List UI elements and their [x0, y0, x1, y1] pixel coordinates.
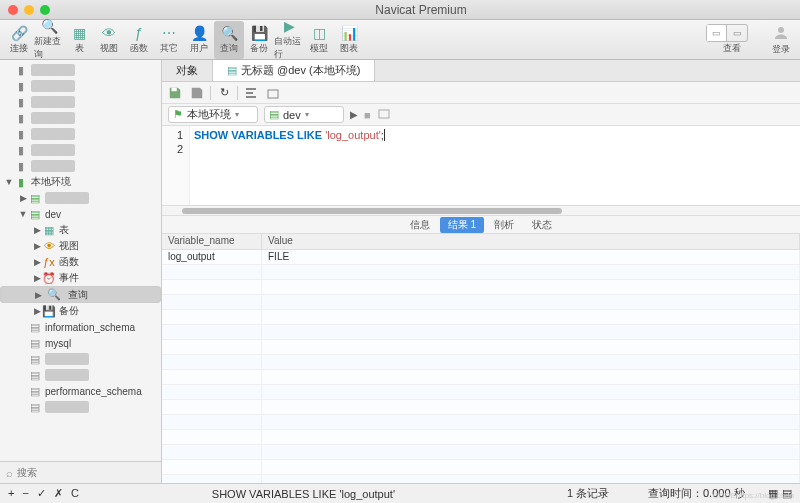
toolbar-新建查询[interactable]: 🔍新建查询 [34, 21, 64, 59]
tree-node[interactable]: ▶🔍查询 [0, 286, 161, 303]
toolbar-其它[interactable]: ⋯其它 [154, 21, 184, 59]
tab[interactable]: ▤无标题 @dev (本地环境) [213, 60, 375, 81]
tree-node[interactable]: ▶▦表 [0, 222, 161, 238]
horizontal-scrollbar[interactable] [162, 206, 800, 216]
run-button[interactable]: ▶ [350, 109, 358, 120]
toolbar-查询[interactable]: 🔍查询 [214, 21, 244, 59]
tree-node[interactable]: ▼▤dev [0, 206, 161, 222]
connection-select[interactable]: ⚑本地环境▾ [168, 106, 258, 123]
tree-node[interactable]: ▤xxxxxxxx [0, 399, 161, 415]
toolbar-自动运行[interactable]: ▶自动运行 [274, 21, 304, 59]
tree-node[interactable]: ▶💾备份 [0, 303, 161, 319]
close-icon[interactable] [8, 5, 18, 15]
format-icon[interactable] [242, 84, 260, 102]
tree-node[interactable]: ▶▤xxxxxxxx [0, 190, 161, 206]
svg-rect-1 [172, 87, 177, 91]
svg-point-0 [778, 27, 784, 33]
sidebar-search[interactable]: ⌕ [0, 461, 161, 483]
result-tab[interactable]: 信息 [402, 217, 438, 233]
maximize-icon[interactable] [40, 5, 50, 15]
tree-node[interactable]: ▮xxxxxxxx [0, 142, 161, 158]
tree-node[interactable]: ▼▮本地环境 [0, 174, 161, 190]
status-buttons[interactable]: +−✓✗C [8, 487, 79, 500]
search-input[interactable] [17, 467, 155, 478]
tree-node[interactable]: ▮xxxxxxxx [0, 62, 161, 78]
export-icon[interactable] [264, 84, 282, 102]
svg-rect-2 [246, 88, 256, 90]
search-icon: ⌕ [6, 467, 13, 479]
status-query: SHOW VARIABLES LIKE 'log_output' [79, 488, 528, 500]
connection-tree[interactable]: ▮xxxxxxxx▮xxxxxxxx▮xxxxxxxx▮xxxxxxxx▮xxx… [0, 60, 161, 461]
remove-icon: − [22, 487, 28, 500]
refresh-icon: C [71, 487, 79, 500]
tree-node[interactable]: ▶⏰事件 [0, 270, 161, 286]
tree-node[interactable]: ▶👁视图 [0, 238, 161, 254]
toolbar-视图[interactable]: 👁视图 [94, 21, 124, 59]
connection-bar: ⚑本地环境▾ ▤dev▾ ▶ ■ [162, 104, 800, 126]
add-icon: + [8, 487, 14, 500]
svg-rect-5 [268, 90, 278, 98]
login-button[interactable]: 登录 [766, 21, 796, 59]
save-icon[interactable] [166, 84, 184, 102]
line-gutter: 12 [162, 126, 190, 205]
stop-icon[interactable]: ■ [364, 109, 371, 121]
tree-node[interactable]: ▮xxxxxxxx [0, 110, 161, 126]
toolbar-备份[interactable]: 💾备份 [244, 21, 274, 59]
tree-node[interactable]: ▤information_schema [0, 319, 161, 335]
database-select[interactable]: ▤dev▾ [264, 106, 344, 123]
tree-node[interactable]: ▤mysql [0, 335, 161, 351]
explain-icon[interactable] [377, 107, 391, 123]
results-header: Variable_name Value [162, 234, 800, 250]
status-records: 1 条记录 [528, 486, 648, 501]
result-tab[interactable]: 状态 [524, 217, 560, 233]
toolbar-函数[interactable]: ƒ函数 [124, 21, 154, 59]
tree-node[interactable]: ▤xxxxxxxx [0, 351, 161, 367]
sql-code[interactable]: SHOW VARIABLES LIKE 'log_output'; [190, 126, 800, 205]
tree-node[interactable]: ▤xxxxxxxx [0, 367, 161, 383]
sql-editor[interactable]: 12 SHOW VARIABLES LIKE 'log_output'; [162, 126, 800, 206]
result-row[interactable]: log_outputFILE [162, 250, 800, 265]
apply-icon: ✓ [37, 487, 46, 500]
titlebar: Navicat Premium [0, 0, 800, 20]
svg-rect-4 [246, 96, 256, 98]
result-tab[interactable]: 剖析 [486, 217, 522, 233]
tab[interactable]: 对象 [162, 60, 213, 81]
toolbar-图表[interactable]: 📊图表 [334, 21, 364, 59]
minimize-icon[interactable] [24, 5, 34, 15]
svg-rect-3 [246, 92, 253, 94]
save-as-icon[interactable] [188, 84, 206, 102]
main-toolbar: 🔗连接🔍新建查询▦表👁视图ƒ函数⋯其它👤用户🔍查询💾备份▶自动运行◫模型📊图表 … [0, 20, 800, 60]
view-label: 查看 [723, 42, 741, 55]
results-grid[interactable]: Variable_name Value log_outputFILE [162, 234, 800, 483]
window-title: Navicat Premium [50, 3, 792, 17]
status-bar: +−✓✗C SHOW VARIABLES LIKE 'log_output' 1… [0, 483, 800, 503]
tree-node[interactable]: ▮xxxxxxxx [0, 158, 161, 174]
view-toggle[interactable]: ▭▭ [706, 24, 748, 42]
cancel-icon: ✗ [54, 487, 63, 500]
result-tab[interactable]: 结果 1 [440, 217, 484, 233]
toolbar-用户[interactable]: 👤用户 [184, 21, 214, 59]
tree-node[interactable]: ▮xxxxxxxx [0, 78, 161, 94]
toolbar-表[interactable]: ▦表 [64, 21, 94, 59]
tree-node[interactable]: ▤performance_schema [0, 383, 161, 399]
query-toolbar: ↻ [162, 82, 800, 104]
toolbar-连接[interactable]: 🔗连接 [4, 21, 34, 59]
sidebar: ▮xxxxxxxx▮xxxxxxxx▮xxxxxxxx▮xxxxxxxx▮xxx… [0, 60, 162, 483]
toolbar-模型[interactable]: ◫模型 [304, 21, 334, 59]
content-tabs: 对象▤无标题 @dev (本地环境) [162, 60, 800, 82]
result-tabs: 信息结果 1剖析状态 [162, 216, 800, 234]
tree-node[interactable]: ▮xxxxxxxx [0, 94, 161, 110]
svg-rect-6 [379, 110, 389, 118]
refresh-icon[interactable]: ↻ [215, 84, 233, 102]
tree-node[interactable]: ▶ƒx函数 [0, 254, 161, 270]
tree-node[interactable]: ▮xxxxxxxx [0, 126, 161, 142]
